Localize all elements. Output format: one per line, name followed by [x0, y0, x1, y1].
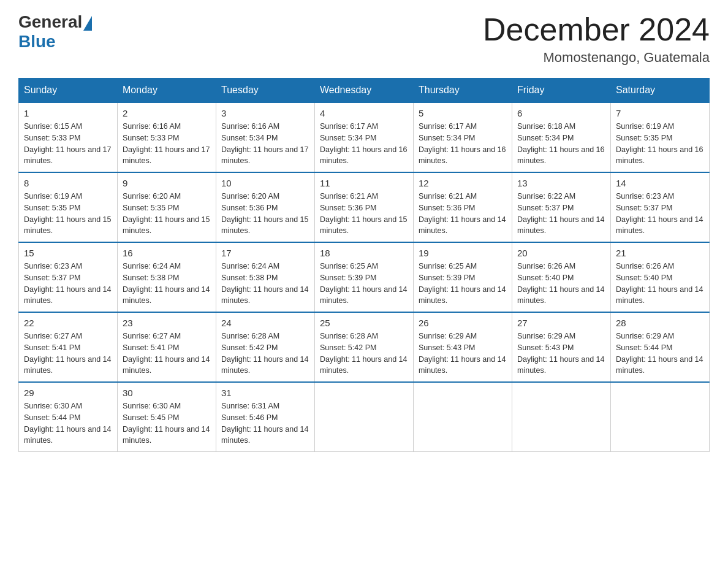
table-row [414, 382, 512, 452]
table-row: 28 Sunrise: 6:29 AMSunset: 5:44 PMDaylig… [611, 312, 710, 382]
calendar-week-row: 22 Sunrise: 6:27 AMSunset: 5:41 PMDaylig… [19, 312, 710, 382]
logo-triangle-icon [83, 16, 92, 31]
table-row: 26 Sunrise: 6:29 AMSunset: 5:43 PMDaylig… [414, 312, 512, 382]
header-monday: Monday [118, 79, 216, 103]
table-row: 23 Sunrise: 6:27 AMSunset: 5:41 PMDaylig… [118, 312, 216, 382]
day-info: Sunrise: 6:24 AMSunset: 5:38 PMDaylight:… [221, 262, 308, 305]
day-info: Sunrise: 6:27 AMSunset: 5:41 PMDaylight:… [123, 332, 210, 375]
table-row [611, 382, 710, 452]
day-info: Sunrise: 6:18 AMSunset: 5:34 PMDaylight:… [517, 122, 604, 165]
day-number: 14 [616, 178, 704, 188]
day-info: Sunrise: 6:22 AMSunset: 5:37 PMDaylight:… [517, 192, 604, 235]
day-info: Sunrise: 6:20 AMSunset: 5:35 PMDaylight:… [123, 192, 210, 235]
day-info: Sunrise: 6:29 AMSunset: 5:43 PMDaylight:… [517, 332, 604, 375]
day-number: 3 [221, 108, 309, 118]
day-info: Sunrise: 6:25 AMSunset: 5:39 PMDaylight:… [419, 262, 506, 305]
day-info: Sunrise: 6:24 AMSunset: 5:38 PMDaylight:… [123, 262, 210, 305]
calendar-week-row: 8 Sunrise: 6:19 AMSunset: 5:35 PMDayligh… [19, 172, 710, 242]
day-number: 29 [24, 388, 112, 398]
day-number: 24 [221, 318, 309, 328]
day-number: 15 [24, 248, 112, 258]
table-row: 10 Sunrise: 6:20 AMSunset: 5:36 PMDaylig… [216, 172, 315, 242]
day-number: 11 [320, 178, 408, 188]
table-row: 11 Sunrise: 6:21 AMSunset: 5:36 PMDaylig… [315, 172, 414, 242]
table-row: 13 Sunrise: 6:22 AMSunset: 5:37 PMDaylig… [512, 172, 611, 242]
day-info: Sunrise: 6:27 AMSunset: 5:41 PMDaylight:… [24, 332, 111, 375]
calendar-week-row: 1 Sunrise: 6:15 AMSunset: 5:33 PMDayligh… [19, 102, 710, 172]
table-row: 19 Sunrise: 6:25 AMSunset: 5:39 PMDaylig… [414, 242, 512, 312]
table-row: 31 Sunrise: 6:31 AMSunset: 5:46 PMDaylig… [216, 382, 315, 452]
table-row: 17 Sunrise: 6:24 AMSunset: 5:38 PMDaylig… [216, 242, 315, 312]
day-number: 27 [517, 318, 605, 328]
header-wednesday: Wednesday [315, 79, 414, 103]
day-number: 25 [320, 318, 408, 328]
table-row: 20 Sunrise: 6:26 AMSunset: 5:40 PMDaylig… [512, 242, 611, 312]
header-sunday: Sunday [19, 79, 118, 103]
day-number: 16 [123, 248, 211, 258]
table-row: 25 Sunrise: 6:28 AMSunset: 5:42 PMDaylig… [315, 312, 414, 382]
day-number: 21 [616, 248, 704, 258]
day-number: 8 [24, 178, 112, 188]
day-number: 22 [24, 318, 112, 328]
table-row: 5 Sunrise: 6:17 AMSunset: 5:34 PMDayligh… [414, 102, 512, 172]
calendar-week-row: 29 Sunrise: 6:30 AMSunset: 5:44 PMDaylig… [19, 382, 710, 452]
table-row [315, 382, 414, 452]
day-info: Sunrise: 6:21 AMSunset: 5:36 PMDaylight:… [419, 192, 506, 235]
day-number: 26 [419, 318, 507, 328]
day-info: Sunrise: 6:30 AMSunset: 5:45 PMDaylight:… [123, 402, 210, 445]
day-info: Sunrise: 6:19 AMSunset: 5:35 PMDaylight:… [24, 192, 111, 235]
table-row: 27 Sunrise: 6:29 AMSunset: 5:43 PMDaylig… [512, 312, 611, 382]
table-row: 24 Sunrise: 6:28 AMSunset: 5:42 PMDaylig… [216, 312, 315, 382]
table-row: 21 Sunrise: 6:26 AMSunset: 5:40 PMDaylig… [611, 242, 710, 312]
day-number: 6 [517, 108, 605, 118]
day-number: 19 [419, 248, 507, 258]
day-info: Sunrise: 6:16 AMSunset: 5:33 PMDaylight:… [123, 122, 210, 165]
table-row: 18 Sunrise: 6:25 AMSunset: 5:39 PMDaylig… [315, 242, 414, 312]
table-row: 12 Sunrise: 6:21 AMSunset: 5:36 PMDaylig… [414, 172, 512, 242]
day-info: Sunrise: 6:19 AMSunset: 5:35 PMDaylight:… [616, 122, 703, 165]
header-friday: Friday [512, 79, 611, 103]
table-row: 3 Sunrise: 6:16 AMSunset: 5:34 PMDayligh… [216, 102, 315, 172]
day-info: Sunrise: 6:17 AMSunset: 5:34 PMDaylight:… [320, 122, 407, 165]
day-number: 23 [123, 318, 211, 328]
day-number: 5 [419, 108, 507, 118]
day-number: 4 [320, 108, 408, 118]
calendar-table: Sunday Monday Tuesday Wednesday Thursday… [18, 78, 710, 452]
day-info: Sunrise: 6:29 AMSunset: 5:44 PMDaylight:… [616, 332, 703, 375]
day-number: 31 [221, 388, 309, 398]
day-info: Sunrise: 6:31 AMSunset: 5:46 PMDaylight:… [221, 402, 308, 445]
table-row: 2 Sunrise: 6:16 AMSunset: 5:33 PMDayligh… [118, 102, 216, 172]
day-info: Sunrise: 6:28 AMSunset: 5:42 PMDaylight:… [320, 332, 407, 375]
day-info: Sunrise: 6:15 AMSunset: 5:33 PMDaylight:… [24, 122, 111, 165]
day-info: Sunrise: 6:28 AMSunset: 5:42 PMDaylight:… [221, 332, 308, 375]
month-title: December 2024 [483, 12, 710, 47]
table-row: 16 Sunrise: 6:24 AMSunset: 5:38 PMDaylig… [118, 242, 216, 312]
day-info: Sunrise: 6:29 AMSunset: 5:43 PMDaylight:… [419, 332, 506, 375]
day-number: 1 [24, 108, 112, 118]
table-row: 9 Sunrise: 6:20 AMSunset: 5:35 PMDayligh… [118, 172, 216, 242]
day-info: Sunrise: 6:26 AMSunset: 5:40 PMDaylight:… [616, 262, 703, 305]
logo-general-text: General [18, 12, 82, 32]
day-number: 12 [419, 178, 507, 188]
day-number: 9 [123, 178, 211, 188]
table-row: 7 Sunrise: 6:19 AMSunset: 5:35 PMDayligh… [611, 102, 710, 172]
day-number: 28 [616, 318, 704, 328]
day-info: Sunrise: 6:16 AMSunset: 5:34 PMDaylight:… [221, 122, 308, 165]
logo-blue-text: Blue [18, 32, 56, 52]
table-row: 22 Sunrise: 6:27 AMSunset: 5:41 PMDaylig… [19, 312, 118, 382]
day-number: 20 [517, 248, 605, 258]
table-row: 4 Sunrise: 6:17 AMSunset: 5:34 PMDayligh… [315, 102, 414, 172]
header-thursday: Thursday [414, 79, 512, 103]
day-info: Sunrise: 6:23 AMSunset: 5:37 PMDaylight:… [616, 192, 703, 235]
day-info: Sunrise: 6:25 AMSunset: 5:39 PMDaylight:… [320, 262, 407, 305]
day-number: 17 [221, 248, 309, 258]
day-number: 30 [123, 388, 211, 398]
table-row: 15 Sunrise: 6:23 AMSunset: 5:37 PMDaylig… [19, 242, 118, 312]
day-number: 18 [320, 248, 408, 258]
table-row: 29 Sunrise: 6:30 AMSunset: 5:44 PMDaylig… [19, 382, 118, 452]
day-info: Sunrise: 6:17 AMSunset: 5:34 PMDaylight:… [419, 122, 506, 165]
table-row: 14 Sunrise: 6:23 AMSunset: 5:37 PMDaylig… [611, 172, 710, 242]
header-saturday: Saturday [611, 79, 710, 103]
page-header: General Blue December 2024 Momostenango,… [18, 12, 710, 66]
day-info: Sunrise: 6:21 AMSunset: 5:36 PMDaylight:… [320, 192, 407, 235]
